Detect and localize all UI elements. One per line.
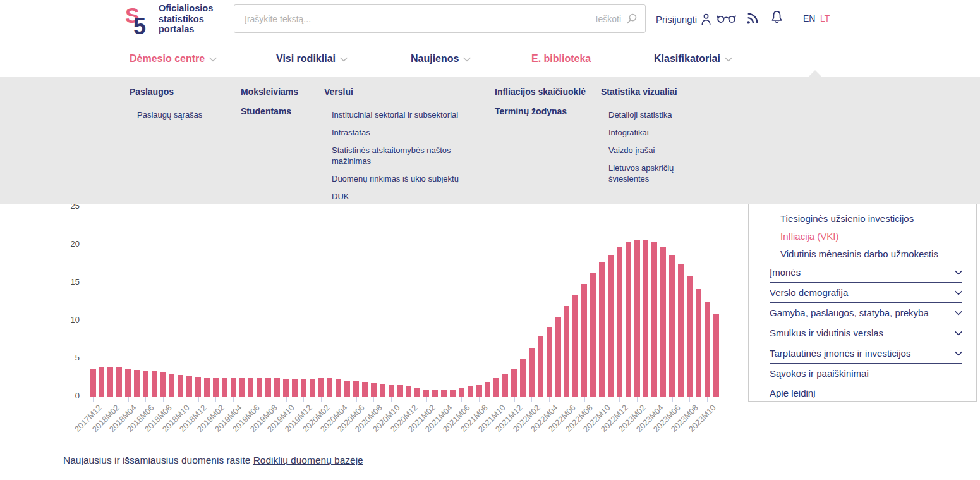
bar-2023M05[interactable] [660,247,666,397]
bar-2021M09[interactable] [485,382,490,397]
bar-2020M10[interactable] [389,385,394,397]
language-en[interactable]: EN [803,13,815,23]
menu-section-header-verslui[interactable]: Verslui [324,87,473,102]
nav-item-visi-rodikliai[interactable]: Visi rodikliai [276,53,348,65]
bar-2021M07[interactable] [468,386,473,397]
bar-2022M04[interactable] [547,327,552,397]
bar-2019M07[interactable] [257,378,262,397]
nav-item-dėmesio-centre[interactable]: Dėmesio centre [130,53,217,65]
bar-2019M05[interactable] [239,378,245,397]
menu-link-paslaugų-sąrašas[interactable]: Paslaugų sąrašas [130,109,219,120]
bar-2020M07[interactable] [362,382,368,397]
bar-2019M04[interactable] [231,378,236,397]
search-input[interactable] [234,5,586,32]
bar-2022M07[interactable] [572,295,578,397]
bar-2021M08[interactable] [476,385,482,397]
menu-section-header-paslaugos[interactable]: Paslaugos [130,87,219,102]
menu-link-duomenų-rinkimas-iš-ūkio-subjektų[interactable]: Duomenų rinkimas iš ūkio subjektų [324,173,473,184]
bar-2021M01[interactable] [414,388,420,397]
sidebar-item-gamyba-paslaugos-statyba-prekyba[interactable]: Gamyba, paslaugos, statyba, prekyba [770,303,962,323]
bar-2019M11[interactable] [292,379,298,397]
bar-2018M04[interactable] [125,369,131,397]
sidebar-item-įmonės[interactable]: Įmonės [770,262,962,283]
menu-link-statistinės-atskaitomybės-naštos-mažinimas[interactable]: Statistinės atskaitomybės naštos mažinim… [324,145,473,166]
search-button[interactable]: Ieškoti [596,5,638,32]
sidebar-item-vidutinis-mėnesinis-darbo-užmokestis[interactable]: Vidutinis mėnesinis darbo užmokestis [780,245,976,262]
bar-2022M10[interactable] [599,262,605,397]
menu-link-infografikai[interactable]: Infografikai [601,127,714,138]
bar-2021M04[interactable] [441,390,447,397]
bar-2019M02[interactable] [213,378,219,397]
bar-2022M06[interactable] [564,306,569,397]
bar-2018M02[interactable] [107,367,113,397]
bar-2023M11[interactable] [713,314,719,397]
bar-2020M05[interactable] [344,381,350,397]
bar-2022M01[interactable] [520,359,526,397]
bar-2020M01[interactable] [310,379,315,397]
sidebar-item-smulkus-ir-vidutinis-verslas[interactable]: Smulkus ir vidutinis verslas [770,323,962,343]
bar-2023M01[interactable] [626,242,631,397]
sidebar-item-tarptautinės-įmonės-ir-investicijos[interactable]: Tarptautinės įmonės ir investicijos [770,343,962,364]
bar-2023M03[interactable] [643,240,648,397]
bar-2017M12[interactable] [90,369,96,397]
bar-2022M11[interactable] [608,255,614,397]
bar-2018M12[interactable] [195,377,201,397]
bar-2018M11[interactable] [186,376,192,397]
bar-2021M05[interactable] [450,390,456,397]
bar-2021M12[interactable] [511,369,517,397]
menu-link-vaizdo-įrašai[interactable]: Vaizdo įrašai [601,145,714,156]
bar-2023M08[interactable] [687,276,693,397]
notifications-button[interactable] [770,9,783,27]
sidebar-item-apie-leidinį[interactable]: Apie leidinį [770,383,976,403]
menu-link-instituciniai-sektoriai-ir-subsektoriai[interactable]: Instituciniai sektoriai ir subsektoriai [324,109,473,120]
bar-2020M04[interactable] [336,379,341,397]
bar-2018M07[interactable] [152,371,157,397]
bar-2019M09[interactable] [274,378,280,397]
bar-2020M11[interactable] [397,385,403,397]
bar-2020M06[interactable] [353,381,359,397]
bar-2019M10[interactable] [283,379,289,397]
bar-2021M11[interactable] [502,374,508,397]
bar-2021M02[interactable] [423,390,429,397]
accessibility-glasses-button[interactable] [717,14,736,26]
bar-2023M09[interactable] [696,289,701,397]
bar-2018M10[interactable] [178,375,183,397]
bar-2022M03[interactable] [538,336,543,397]
bar-2023M06[interactable] [669,255,675,397]
menu-section-header-statistika-vizualiai[interactable]: Statistika vizualiai [601,87,714,102]
bar-2020M08[interactable] [371,383,377,397]
bar-2018M08[interactable] [160,372,166,397]
bar-2023M10[interactable] [705,302,710,397]
bar-2023M02[interactable] [634,240,640,397]
menu-link-infliacijos-skaičiuoklė[interactable]: Infliacijos skaičiuoklė [495,87,615,97]
bar-2018M09[interactable] [169,374,174,397]
bar-2023M07[interactable] [678,264,684,397]
bar-2020M03[interactable] [327,378,332,397]
login-button[interactable]: Prisijungti [656,13,712,26]
sidebar-item-sąvokos-ir-paaiškinimai[interactable]: Sąvokos ir paaiškinimai [770,364,976,383]
menu-link-detalioji-statistika[interactable]: Detalioji statistika [601,109,714,120]
bar-2019M01[interactable] [204,378,210,397]
sidebar-item-verslo-demografija[interactable]: Verslo demografija [770,283,962,303]
language-lt[interactable]: LT [820,13,830,23]
menu-link-duk[interactable]: DUK [324,191,473,202]
bar-2019M08[interactable] [265,378,271,397]
bar-2021M06[interactable] [459,388,464,397]
bar-2019M03[interactable] [222,378,227,397]
bar-2023M04[interactable] [651,242,657,397]
rss-button[interactable] [746,11,759,28]
bar-2021M03[interactable] [432,390,438,397]
bar-2020M02[interactable] [318,378,324,397]
bar-2022M09[interactable] [590,273,596,397]
bar-2021M10[interactable] [493,378,499,397]
bar-2022M05[interactable] [555,317,561,397]
bar-2018M05[interactable] [134,370,140,397]
bar-2019M12[interactable] [301,379,306,397]
bar-2019M06[interactable] [248,378,253,397]
bar-2018M06[interactable] [143,371,148,397]
nav-item-naujienos[interactable]: Naujienos [411,53,471,65]
bar-2022M12[interactable] [617,247,622,397]
nav-item-e-biblioteka[interactable]: E. biblioteka [531,53,591,65]
bar-2018M01[interactable] [99,367,104,397]
bar-2022M08[interactable] [581,284,587,397]
